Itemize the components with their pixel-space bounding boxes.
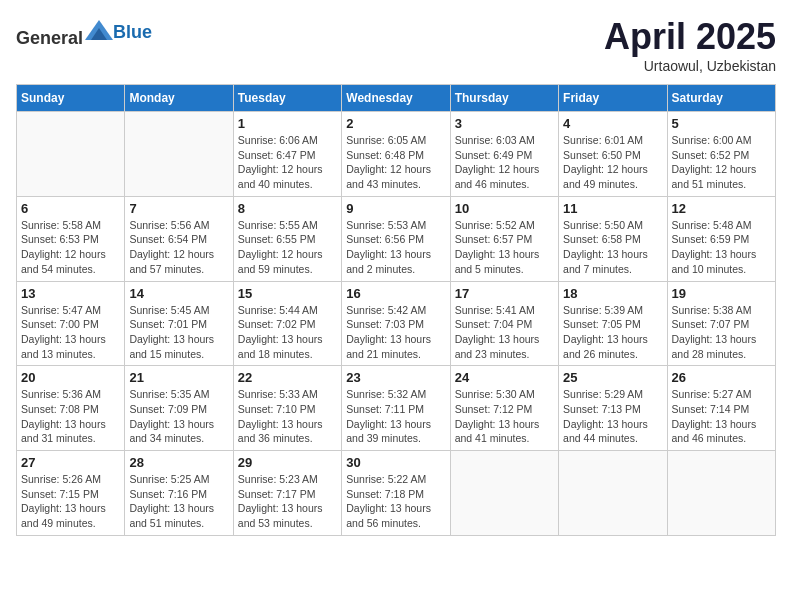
calendar-day-12: 12Sunrise: 5:48 AMSunset: 6:59 PMDayligh… [667,196,775,281]
calendar-day-7: 7Sunrise: 5:56 AMSunset: 6:54 PMDaylight… [125,196,233,281]
day-info: Sunrise: 5:41 AMSunset: 7:04 PMDaylight:… [455,303,554,362]
day-number: 18 [563,286,662,301]
day-number: 7 [129,201,228,216]
weekday-header-wednesday: Wednesday [342,85,450,112]
day-number: 27 [21,455,120,470]
calendar-day-16: 16Sunrise: 5:42 AMSunset: 7:03 PMDayligh… [342,281,450,366]
weekday-header-row: SundayMondayTuesdayWednesdayThursdayFrid… [17,85,776,112]
day-info: Sunrise: 5:22 AMSunset: 7:18 PMDaylight:… [346,472,445,531]
day-info: Sunrise: 5:58 AMSunset: 6:53 PMDaylight:… [21,218,120,277]
calendar-day-27: 27Sunrise: 5:26 AMSunset: 7:15 PMDayligh… [17,451,125,536]
calendar-day-15: 15Sunrise: 5:44 AMSunset: 7:02 PMDayligh… [233,281,341,366]
calendar-empty-cell [17,112,125,197]
day-info: Sunrise: 5:38 AMSunset: 7:07 PMDaylight:… [672,303,771,362]
calendar-table: SundayMondayTuesdayWednesdayThursdayFrid… [16,84,776,536]
day-info: Sunrise: 6:00 AMSunset: 6:52 PMDaylight:… [672,133,771,192]
weekday-header-thursday: Thursday [450,85,558,112]
calendar-day-21: 21Sunrise: 5:35 AMSunset: 7:09 PMDayligh… [125,366,233,451]
calendar-day-14: 14Sunrise: 5:45 AMSunset: 7:01 PMDayligh… [125,281,233,366]
day-number: 28 [129,455,228,470]
calendar-empty-cell [559,451,667,536]
day-number: 13 [21,286,120,301]
calendar-day-11: 11Sunrise: 5:50 AMSunset: 6:58 PMDayligh… [559,196,667,281]
calendar-day-28: 28Sunrise: 5:25 AMSunset: 7:16 PMDayligh… [125,451,233,536]
day-info: Sunrise: 5:35 AMSunset: 7:09 PMDaylight:… [129,387,228,446]
day-info: Sunrise: 5:39 AMSunset: 7:05 PMDaylight:… [563,303,662,362]
day-info: Sunrise: 5:42 AMSunset: 7:03 PMDaylight:… [346,303,445,362]
day-number: 8 [238,201,337,216]
day-info: Sunrise: 5:55 AMSunset: 6:55 PMDaylight:… [238,218,337,277]
calendar-week-row: 20Sunrise: 5:36 AMSunset: 7:08 PMDayligh… [17,366,776,451]
location: Urtaowul, Uzbekistan [604,58,776,74]
calendar-day-22: 22Sunrise: 5:33 AMSunset: 7:10 PMDayligh… [233,366,341,451]
day-info: Sunrise: 5:48 AMSunset: 6:59 PMDaylight:… [672,218,771,277]
day-info: Sunrise: 5:44 AMSunset: 7:02 PMDaylight:… [238,303,337,362]
calendar-week-row: 6Sunrise: 5:58 AMSunset: 6:53 PMDaylight… [17,196,776,281]
calendar-day-3: 3Sunrise: 6:03 AMSunset: 6:49 PMDaylight… [450,112,558,197]
calendar-week-row: 27Sunrise: 5:26 AMSunset: 7:15 PMDayligh… [17,451,776,536]
calendar-week-row: 13Sunrise: 5:47 AMSunset: 7:00 PMDayligh… [17,281,776,366]
calendar-day-10: 10Sunrise: 5:52 AMSunset: 6:57 PMDayligh… [450,196,558,281]
day-number: 1 [238,116,337,131]
calendar-empty-cell [450,451,558,536]
calendar-day-1: 1Sunrise: 6:06 AMSunset: 6:47 PMDaylight… [233,112,341,197]
day-number: 29 [238,455,337,470]
day-info: Sunrise: 5:32 AMSunset: 7:11 PMDaylight:… [346,387,445,446]
day-info: Sunrise: 6:03 AMSunset: 6:49 PMDaylight:… [455,133,554,192]
day-info: Sunrise: 6:05 AMSunset: 6:48 PMDaylight:… [346,133,445,192]
day-number: 9 [346,201,445,216]
title-section: April 2025 Urtaowul, Uzbekistan [604,16,776,74]
logo: General Blue [16,16,152,49]
day-info: Sunrise: 5:26 AMSunset: 7:15 PMDaylight:… [21,472,120,531]
calendar-day-13: 13Sunrise: 5:47 AMSunset: 7:00 PMDayligh… [17,281,125,366]
day-number: 4 [563,116,662,131]
day-info: Sunrise: 5:27 AMSunset: 7:14 PMDaylight:… [672,387,771,446]
day-info: Sunrise: 5:53 AMSunset: 6:56 PMDaylight:… [346,218,445,277]
day-number: 11 [563,201,662,216]
day-info: Sunrise: 5:50 AMSunset: 6:58 PMDaylight:… [563,218,662,277]
calendar-day-24: 24Sunrise: 5:30 AMSunset: 7:12 PMDayligh… [450,366,558,451]
calendar-week-row: 1Sunrise: 6:06 AMSunset: 6:47 PMDaylight… [17,112,776,197]
day-info: Sunrise: 5:23 AMSunset: 7:17 PMDaylight:… [238,472,337,531]
day-info: Sunrise: 5:33 AMSunset: 7:10 PMDaylight:… [238,387,337,446]
calendar-day-30: 30Sunrise: 5:22 AMSunset: 7:18 PMDayligh… [342,451,450,536]
day-info: Sunrise: 5:36 AMSunset: 7:08 PMDaylight:… [21,387,120,446]
day-info: Sunrise: 6:06 AMSunset: 6:47 PMDaylight:… [238,133,337,192]
calendar-day-18: 18Sunrise: 5:39 AMSunset: 7:05 PMDayligh… [559,281,667,366]
day-number: 30 [346,455,445,470]
day-number: 22 [238,370,337,385]
day-number: 25 [563,370,662,385]
calendar-day-5: 5Sunrise: 6:00 AMSunset: 6:52 PMDaylight… [667,112,775,197]
month-title: April 2025 [604,16,776,58]
day-number: 3 [455,116,554,131]
day-number: 21 [129,370,228,385]
page-header: General Blue April 2025 Urtaowul, Uzbeki… [16,16,776,74]
day-info: Sunrise: 5:56 AMSunset: 6:54 PMDaylight:… [129,218,228,277]
weekday-header-saturday: Saturday [667,85,775,112]
calendar-day-26: 26Sunrise: 5:27 AMSunset: 7:14 PMDayligh… [667,366,775,451]
calendar-empty-cell [125,112,233,197]
day-number: 26 [672,370,771,385]
day-number: 19 [672,286,771,301]
day-number: 20 [21,370,120,385]
day-number: 2 [346,116,445,131]
weekday-header-friday: Friday [559,85,667,112]
logo-icon [85,16,113,44]
day-number: 6 [21,201,120,216]
calendar-day-23: 23Sunrise: 5:32 AMSunset: 7:11 PMDayligh… [342,366,450,451]
logo-blue: Blue [113,22,152,42]
calendar-day-4: 4Sunrise: 6:01 AMSunset: 6:50 PMDaylight… [559,112,667,197]
calendar-empty-cell [667,451,775,536]
day-info: Sunrise: 6:01 AMSunset: 6:50 PMDaylight:… [563,133,662,192]
day-info: Sunrise: 5:30 AMSunset: 7:12 PMDaylight:… [455,387,554,446]
weekday-header-monday: Monday [125,85,233,112]
weekday-header-tuesday: Tuesday [233,85,341,112]
day-number: 23 [346,370,445,385]
day-number: 10 [455,201,554,216]
calendar-day-9: 9Sunrise: 5:53 AMSunset: 6:56 PMDaylight… [342,196,450,281]
day-number: 24 [455,370,554,385]
day-number: 17 [455,286,554,301]
calendar-day-17: 17Sunrise: 5:41 AMSunset: 7:04 PMDayligh… [450,281,558,366]
day-number: 15 [238,286,337,301]
calendar-day-8: 8Sunrise: 5:55 AMSunset: 6:55 PMDaylight… [233,196,341,281]
